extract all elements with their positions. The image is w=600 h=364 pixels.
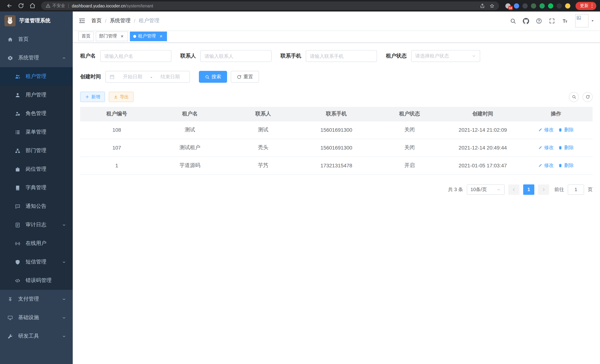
export-button[interactable]: 导出 <box>109 92 134 102</box>
sidebar-item[interactable]: 用户管理 <box>0 86 73 104</box>
browser-home-icon[interactable] <box>29 3 36 9</box>
address-bar[interactable]: 不安全 dashboard.yudao.iocoder.cn/system/te… <box>41 1 499 10</box>
sidebar-item[interactable]: 首页 <box>0 30 73 49</box>
kebab-menu-icon[interactable] <box>589 3 595 9</box>
extension-green-circle-icon[interactable] <box>540 3 545 8</box>
font-size-button[interactable] <box>558 11 572 30</box>
delete-link[interactable]: 删除 <box>558 144 574 151</box>
goto-page-input[interactable] <box>568 184 584 195</box>
calendar-icon <box>110 74 115 79</box>
app-logo[interactable]: 芋道管理系统 <box>0 11 73 30</box>
sidebar-item[interactable]: 租户管理 <box>0 67 73 86</box>
edit-link[interactable]: 修改 <box>538 162 554 169</box>
page-number-button[interactable]: 1 <box>523 184 534 195</box>
help-button[interactable] <box>533 11 545 30</box>
extension-yellow-avatar-icon[interactable] <box>565 3 570 8</box>
app-title: 芋道管理系统 <box>19 18 50 24</box>
gear-icon <box>7 55 13 61</box>
goto-label: 前往 <box>554 186 564 193</box>
update-button[interactable]: 更新 <box>575 2 596 10</box>
refresh-table-button[interactable] <box>582 92 593 102</box>
share-icon[interactable] <box>480 3 485 8</box>
date-separator: - <box>151 74 152 80</box>
browser-reload-icon[interactable] <box>18 3 24 9</box>
pay-yen-icon <box>7 296 13 302</box>
tenant-status-select[interactable]: 请选择租户状态 <box>411 50 480 62</box>
tab-item[interactable]: 租户管理× <box>130 31 167 41</box>
cell-contact: 测试 <box>226 121 300 139</box>
bookmark-star-icon[interactable] <box>489 3 495 8</box>
table-row: 1芋道源码芋艿17321315478开启2021-01-05 17:03:47修… <box>80 157 593 174</box>
sidebar-item[interactable]: 错误码管理 <box>0 271 73 290</box>
github-link[interactable] <box>519 11 533 30</box>
sidebar-item[interactable]: 系统管理 <box>0 49 73 67</box>
page-size-select[interactable]: 10条/页 <box>467 184 505 195</box>
sidebar-item[interactable]: 菜单管理 <box>0 123 73 141</box>
browser-back-icon[interactable] <box>6 3 13 9</box>
sidebar-item[interactable]: 通知公告 <box>0 197 73 215</box>
tab-item[interactable]: 首页 <box>78 31 94 41</box>
extension-dark-green-icon[interactable] <box>531 3 536 8</box>
browser-extensions: 10 <box>502 3 570 8</box>
next-page-button[interactable] <box>538 184 549 195</box>
column-header: 租户编号 <box>80 107 153 121</box>
cell-name: 测试 <box>153 121 227 139</box>
user-avatar-dropdown[interactable] <box>575 14 595 28</box>
extension-grid-icon[interactable]: 10 <box>505 3 511 8</box>
breadcrumb-item[interactable]: 系统管理 <box>110 18 131 24</box>
extension-dark-globe-icon[interactable] <box>523 3 528 8</box>
delete-link[interactable]: 删除 <box>558 127 574 133</box>
omnibox-divider <box>68 3 68 8</box>
sidebar-item[interactable]: 审计日志 <box>0 215 73 234</box>
sidebar-item[interactable]: 岗位管理 <box>0 160 73 178</box>
cell-id: 108 <box>80 121 153 139</box>
extension-green-chat-icon[interactable] <box>548 3 553 8</box>
sidebar-item[interactable]: 在线用户 <box>0 234 73 253</box>
sidebar-item[interactable]: 角色管理 <box>0 104 73 123</box>
sidebar-item[interactable]: 支付管理 <box>0 290 73 308</box>
edit-link[interactable]: 修改 <box>538 127 554 133</box>
sidebar-item-label: 菜单管理 <box>26 129 66 135</box>
extension-dark-paw-icon[interactable] <box>557 3 562 8</box>
breadcrumb-item: 租户管理 <box>139 18 159 24</box>
sidebar-toggle[interactable] <box>73 11 91 30</box>
text-input[interactable] <box>104 53 167 59</box>
toggle-search-button[interactable] <box>569 92 579 102</box>
security-label: 不安全 <box>52 3 65 9</box>
date-range-picker[interactable]: 开始日期 - 结束日期 <box>105 71 190 83</box>
header-search-button[interactable] <box>506 11 519 30</box>
add-button[interactable]: 新增 <box>80 92 105 102</box>
close-icon[interactable]: × <box>159 34 164 39</box>
download-icon <box>113 95 118 99</box>
notice-icon <box>15 204 20 209</box>
search-icon <box>205 75 210 79</box>
sidebar-item[interactable]: 字典管理 <box>0 178 73 197</box>
text-input[interactable] <box>205 53 268 59</box>
close-icon[interactable]: × <box>120 34 125 39</box>
sidebar-item[interactable]: 基础设施 <box>0 308 73 327</box>
sidebar-item-label: 通知公告 <box>26 203 66 210</box>
fullscreen-button[interactable] <box>545 11 558 30</box>
sidebar-item[interactable]: 部门管理 <box>0 141 73 160</box>
prev-page-button[interactable] <box>508 184 519 195</box>
refresh-icon <box>585 95 590 99</box>
breadcrumb: 首页/系统管理/租户管理 <box>91 18 159 24</box>
extension-blue-icon[interactable] <box>514 3 519 8</box>
sidebar-item[interactable]: 短信管理 <box>0 253 73 271</box>
delete-link[interactable]: 删除 <box>558 162 574 169</box>
breadcrumb-item[interactable]: 首页 <box>91 18 102 24</box>
search-button[interactable]: 搜索 <box>199 71 227 83</box>
sidebar-item-label: 字典管理 <box>26 184 66 191</box>
reset-button[interactable]: 重置 <box>231 71 259 83</box>
edit-link[interactable]: 修改 <box>538 144 554 151</box>
sidebar-item[interactable]: 研发工具 <box>0 327 73 345</box>
tool-wrench-icon <box>7 333 13 339</box>
search-icon <box>572 95 576 99</box>
tab-label: 部门管理 <box>99 33 117 39</box>
form-item-date: 创建时间 开始日期 - 结束日期 <box>80 71 190 83</box>
tab-item[interactable]: 部门管理× <box>96 31 128 41</box>
url-text: dashboard.yudao.iocoder.cn/system/tenant <box>72 3 153 8</box>
text-input[interactable] <box>310 53 373 59</box>
sidebar-item-label: 支付管理 <box>18 296 62 302</box>
cell-mobile: 15601691300 <box>300 121 373 139</box>
